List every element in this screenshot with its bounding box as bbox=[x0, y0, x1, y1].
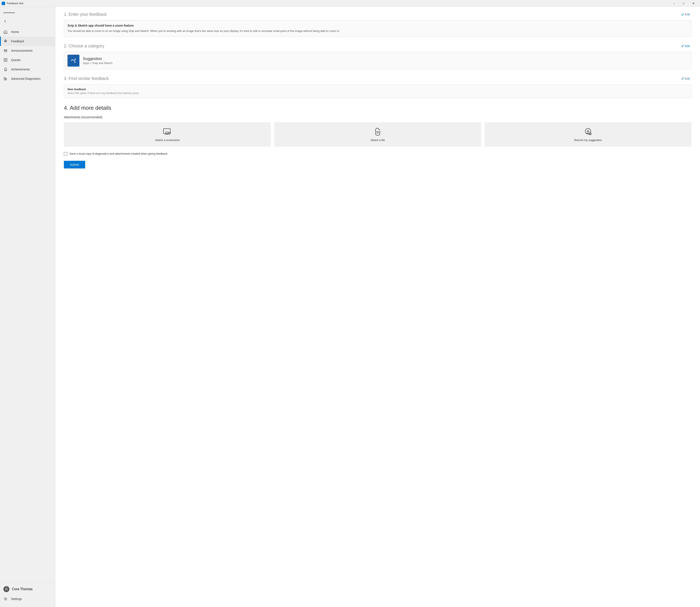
feedback-text-box: Snip & Sketch app should have a zoom fea… bbox=[64, 20, 692, 37]
attach-file-label: Attach a file bbox=[371, 139, 385, 142]
title-bar: Feedback Hub − □ ✕ bbox=[0, 0, 700, 7]
step2-edit-button[interactable]: Edit bbox=[680, 44, 692, 48]
avatar bbox=[3, 586, 9, 592]
attachments-label: Attachments (recommended) bbox=[64, 116, 692, 119]
title-bar-title: Feedback Hub bbox=[7, 2, 23, 5]
app-container: Home Feedback bbox=[0, 7, 700, 607]
edit-icon-2 bbox=[681, 44, 684, 47]
sidebar-item-announcements-label: Announcements bbox=[11, 49, 33, 52]
sidebar-item-settings-label: Settings bbox=[11, 597, 22, 601]
back-button[interactable] bbox=[0, 17, 55, 25]
sidebar-top bbox=[0, 7, 55, 27]
save-local-copy-checkbox[interactable] bbox=[64, 152, 67, 155]
attachments-area: Attachments (recommended) Attach bbox=[64, 116, 692, 168]
sidebar-item-advanced-diagnostics[interactable]: Advanced Diagnostics bbox=[0, 74, 55, 83]
achievements-icon bbox=[3, 67, 8, 71]
sidebar-item-achievements-label: Achievements bbox=[11, 68, 30, 71]
quests-icon bbox=[3, 58, 8, 62]
home-icon bbox=[3, 30, 8, 34]
diagnostics-icon bbox=[3, 77, 8, 81]
svg-rect-5 bbox=[5, 78, 6, 80]
sidebar-item-settings[interactable]: Settings bbox=[0, 594, 55, 604]
similar-title: New feedback bbox=[67, 88, 688, 91]
svg-point-0 bbox=[4, 40, 6, 42]
svg-point-7 bbox=[5, 599, 6, 600]
svg-point-19 bbox=[589, 133, 591, 134]
step3-edit-button[interactable]: Edit bbox=[680, 76, 692, 81]
step3-section: 3. Find similar feedback Edit New feedba… bbox=[64, 76, 692, 98]
title-bar-controls: − □ ✕ bbox=[669, 0, 698, 7]
attach-screenshot-label: Attach a screenshot bbox=[155, 139, 180, 142]
similar-subtitle: Select this option if there isn't any fe… bbox=[67, 92, 688, 95]
category-sub: Apps > Snip and Sketch bbox=[83, 61, 113, 65]
save-local-copy-row: Save a local copy of diagnostics and att… bbox=[64, 152, 692, 156]
similar-feedback-box: New feedback Select this option if there… bbox=[64, 84, 692, 98]
sidebar-item-achievements[interactable]: Achievements bbox=[0, 65, 55, 74]
sidebar-item-quests-label: Quests bbox=[11, 58, 20, 62]
sidebar: Home Feedback bbox=[0, 7, 55, 607]
hamburger-line-2 bbox=[7, 13, 11, 13]
sidebar-item-home[interactable]: Home bbox=[0, 27, 55, 37]
svg-rect-4 bbox=[4, 78, 5, 80]
settings-icon bbox=[3, 597, 8, 601]
attach-cards: Attach a screenshot Attach a f bbox=[64, 122, 692, 147]
step4-section: 4. Add more details Attachments (recomme… bbox=[64, 105, 692, 168]
main-content: 1. Enter your feedback Edit Snip & Sketc… bbox=[55, 7, 700, 607]
feedback-summary: Snip & Sketch app should have a zoom fea… bbox=[67, 24, 688, 27]
step4-title: 4. Add more details bbox=[64, 105, 111, 111]
sidebar-item-feedback-label: Feedback bbox=[11, 40, 24, 43]
minimize-button[interactable]: − bbox=[669, 0, 679, 7]
back-icon bbox=[3, 20, 7, 23]
attach-screenshot-card[interactable]: Attach a screenshot bbox=[64, 122, 271, 147]
sidebar-item-home-label: Home bbox=[11, 30, 19, 34]
step2-section: 2. Choose a category Edit bbox=[64, 44, 692, 69]
screenshot-icon bbox=[163, 127, 172, 136]
category-app-icon bbox=[67, 55, 79, 67]
user-name: Cora Thomas bbox=[12, 587, 33, 591]
step1-section: 1. Enter your feedback Edit Snip & Sketc… bbox=[64, 12, 692, 37]
hamburger-line-3 bbox=[11, 13, 15, 13]
feedback-icon bbox=[3, 39, 8, 43]
edit-icon-3 bbox=[681, 77, 684, 80]
attach-file-card[interactable]: Attach a file bbox=[274, 122, 481, 147]
record-suggestion-label: Record my suggestion bbox=[574, 139, 602, 142]
svg-point-1 bbox=[5, 40, 6, 41]
maximize-button[interactable]: □ bbox=[679, 0, 688, 7]
sidebar-item-feedback[interactable]: Feedback bbox=[0, 37, 55, 46]
step1-title: 1. Enter your feedback bbox=[64, 12, 107, 17]
hamburger-button[interactable] bbox=[0, 8, 55, 17]
step3-title: 3. Find similar feedback bbox=[64, 76, 109, 81]
feedback-description: You should be able to zoom in on an imag… bbox=[67, 29, 688, 33]
user-profile[interactable]: Cora Thomas bbox=[0, 584, 55, 594]
step1-header: 1. Enter your feedback Edit bbox=[64, 12, 692, 17]
svg-point-6 bbox=[6, 588, 7, 589]
category-box: Suggestion Apps > Snip and Sketch bbox=[64, 52, 692, 69]
svg-point-9 bbox=[75, 59, 76, 60]
edit-icon bbox=[681, 13, 684, 16]
sidebar-item-quests[interactable]: Quests bbox=[0, 55, 55, 65]
nav-items: Home Feedback bbox=[0, 27, 55, 582]
sidebar-item-announcements[interactable]: Announcements bbox=[0, 46, 55, 55]
record-suggestion-card[interactable]: Record my suggestion bbox=[484, 122, 692, 147]
sidebar-bottom: Cora Thomas Settings bbox=[0, 582, 55, 605]
record-icon bbox=[584, 127, 592, 136]
hamburger-line-1 bbox=[3, 13, 7, 13]
step1-edit-button[interactable]: Edit bbox=[680, 12, 692, 17]
step3-header: 3. Find similar feedback Edit bbox=[64, 76, 692, 81]
submit-button[interactable]: Submit bbox=[64, 161, 85, 168]
sidebar-item-advanced-diagnostics-label: Advanced Diagnostics bbox=[11, 77, 41, 80]
title-bar-left: Feedback Hub bbox=[2, 2, 23, 5]
step2-header: 2. Choose a category Edit bbox=[64, 44, 692, 48]
app-icon bbox=[2, 2, 5, 5]
announcements-icon bbox=[3, 48, 8, 53]
category-name: Suggestion bbox=[83, 57, 113, 61]
close-button[interactable]: ✕ bbox=[688, 0, 698, 7]
save-local-copy-label: Save a local copy of diagnostics and att… bbox=[69, 152, 167, 156]
svg-point-3 bbox=[4, 68, 6, 70]
step2-title: 2. Choose a category bbox=[64, 44, 104, 48]
category-info: Suggestion Apps > Snip and Sketch bbox=[83, 57, 113, 65]
file-attach-icon bbox=[374, 127, 382, 136]
